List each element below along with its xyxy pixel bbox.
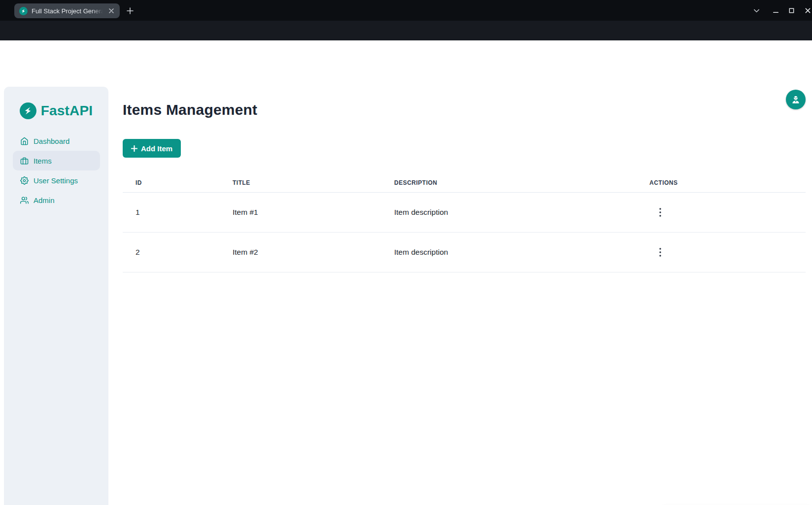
tab-search-chevron-icon[interactable] bbox=[751, 5, 761, 15]
users-icon bbox=[20, 196, 29, 204]
tab-title: Full Stack Project Genera bbox=[32, 7, 104, 15]
browser-toolbar: i localhost/items 1 bbox=[0, 21, 812, 40]
table-row: 1 Item #1 Item description bbox=[123, 193, 806, 233]
sidebar-nav: Dashboard Items User Settings Admin bbox=[4, 131, 108, 210]
table-row: 2 Item #2 Item description bbox=[123, 233, 806, 272]
header-description: DESCRIPTION bbox=[394, 173, 649, 193]
page-title: Items Management bbox=[123, 101, 257, 118]
cell-title: Item #2 bbox=[233, 233, 394, 272]
sidebar-item-items[interactable]: Items bbox=[13, 151, 100, 170]
sidebar-item-label: Dashboard bbox=[34, 137, 69, 145]
cell-id: 1 bbox=[123, 193, 233, 233]
add-item-label: Add Item bbox=[141, 144, 172, 153]
tab-close-icon[interactable] bbox=[107, 6, 116, 15]
items-table: ID TITLE DESCRIPTION ACTIONS 1 Item #1 I… bbox=[123, 173, 806, 272]
sidebar-item-user-settings[interactable]: User Settings bbox=[13, 170, 100, 190]
new-tab-button[interactable] bbox=[125, 6, 135, 16]
window-minimize-button[interactable] bbox=[771, 5, 780, 15]
window-close-button[interactable] bbox=[803, 5, 812, 15]
cell-description: Item description bbox=[394, 193, 649, 233]
window-maximize-button[interactable] bbox=[786, 5, 796, 15]
kebab-menu-icon bbox=[659, 248, 661, 257]
row-actions-button[interactable] bbox=[656, 206, 664, 219]
table-header-row: ID TITLE DESCRIPTION ACTIONS bbox=[123, 173, 806, 193]
plus-icon bbox=[131, 145, 137, 152]
browser-titlebar: Full Stack Project Genera bbox=[0, 0, 812, 21]
lightning-favicon-icon bbox=[19, 7, 28, 15]
sidebar-item-label: Admin bbox=[34, 196, 55, 204]
browser-tab[interactable]: Full Stack Project Genera bbox=[14, 3, 120, 18]
app-logo-text: FastAPI bbox=[41, 103, 93, 119]
sidebar-item-admin[interactable]: Admin bbox=[13, 190, 100, 210]
user-avatar-icon bbox=[790, 94, 801, 105]
sidebar-item-label: User Settings bbox=[34, 176, 78, 185]
add-item-button[interactable]: Add Item bbox=[123, 139, 181, 158]
home-icon bbox=[20, 137, 29, 145]
cell-id: 2 bbox=[123, 233, 233, 272]
briefcase-icon bbox=[20, 157, 29, 165]
sidebar-item-label: Items bbox=[34, 157, 52, 165]
sidebar-item-dashboard[interactable]: Dashboard bbox=[13, 131, 100, 151]
header-actions: ACTIONS bbox=[649, 173, 806, 193]
header-title: TITLE bbox=[233, 173, 394, 193]
cell-description: Item description bbox=[394, 233, 649, 272]
cell-title: Item #1 bbox=[233, 193, 394, 233]
header-id: ID bbox=[123, 173, 233, 193]
app-logo: FastAPI bbox=[4, 102, 108, 119]
kebab-menu-icon bbox=[659, 208, 661, 217]
user-menu-button[interactable] bbox=[786, 90, 806, 109]
gear-icon bbox=[20, 176, 29, 185]
app-content: FastAPI Dashboard Items User Settings Ad… bbox=[0, 40, 812, 505]
row-actions-button[interactable] bbox=[656, 246, 664, 259]
sidebar: FastAPI Dashboard Items User Settings Ad… bbox=[4, 87, 108, 505]
lightning-logo-icon bbox=[20, 102, 36, 119]
